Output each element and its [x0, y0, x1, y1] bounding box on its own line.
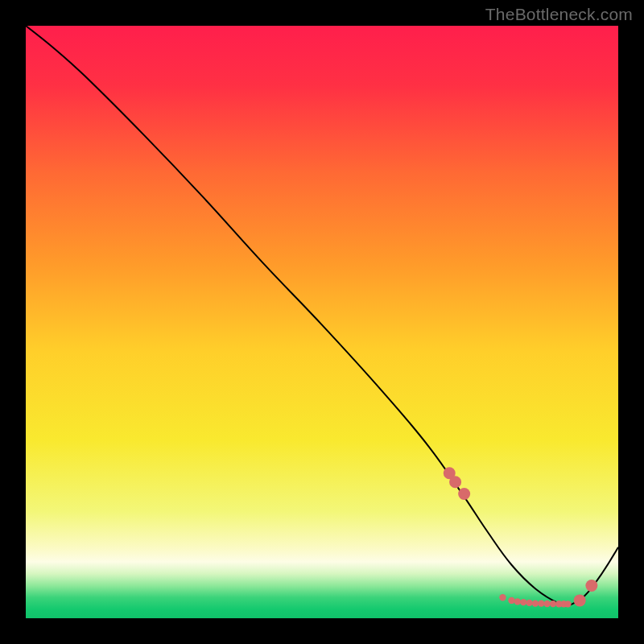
marker-dot — [550, 601, 556, 607]
marker-dot — [458, 488, 470, 500]
marker-dot — [574, 594, 586, 606]
gradient-background — [26, 26, 618, 618]
marker-dot — [508, 597, 514, 604]
marker-dot — [564, 601, 571, 607]
marker-dot — [449, 476, 461, 488]
marker-dot — [532, 600, 539, 606]
marker-dot — [585, 580, 597, 592]
marker-dot — [514, 598, 521, 605]
marker-dot — [526, 600, 532, 606]
marker-dot — [543, 601, 550, 607]
chart-svg — [26, 26, 618, 618]
marker-dot — [538, 600, 544, 606]
plot-area — [26, 26, 618, 618]
marker-dot — [499, 594, 506, 601]
watermark-text: TheBottleneck.com — [485, 5, 633, 24]
chart-frame: TheBottleneck.com — [0, 0, 644, 644]
marker-dot — [520, 599, 526, 605]
